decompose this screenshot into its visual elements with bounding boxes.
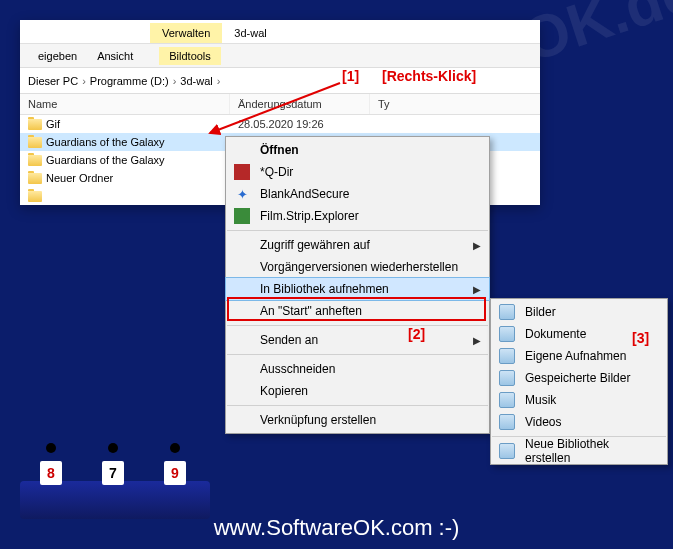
file-row[interactable]: Gif 28.05.2020 19:26 — [20, 115, 540, 133]
score-card: 9 — [164, 461, 186, 485]
score-card: 8 — [40, 461, 62, 485]
cartoon-judges: 8 7 9 — [20, 481, 210, 519]
column-date[interactable]: Änderungsdatum — [230, 94, 370, 114]
file-name: Guardians of the Galaxy — [46, 154, 165, 166]
folder-icon — [28, 191, 42, 202]
footer-url: www.SoftwareOK.com :-) — [214, 515, 460, 541]
cartoon-head — [170, 443, 180, 453]
context-menu: Öffnen *Q-Dir ✦BlankAndSecure Film.Strip… — [225, 136, 490, 434]
submenu-videos[interactable]: Videos — [491, 411, 667, 433]
library-icon — [499, 392, 515, 408]
menu-pin-start[interactable]: An "Start" anheften — [226, 300, 489, 322]
submenu-eigene[interactable]: Eigene Aufnahmen — [491, 345, 667, 367]
breadcrumb-item[interactable]: Programme (D:) — [90, 75, 169, 87]
library-icon — [499, 304, 515, 320]
cartoon-head — [108, 443, 118, 453]
chevron-right-icon: ▶ — [473, 284, 481, 295]
menu-separator — [227, 354, 488, 355]
cartoon-head — [46, 443, 56, 453]
menu-separator — [227, 405, 488, 406]
folder-icon — [28, 173, 42, 184]
file-date: 28.05.2020 19:26 — [230, 118, 370, 130]
submenu-musik[interactable]: Musik — [491, 389, 667, 411]
library-icon — [499, 370, 515, 386]
star-icon: ✦ — [234, 186, 250, 202]
file-name: Neuer Ordner — [46, 172, 113, 184]
ribbon-subtabs: eigeben Ansicht Bildtools — [20, 44, 540, 68]
chevron-right-icon: ▶ — [473, 240, 481, 251]
breadcrumb-item[interactable]: Dieser PC — [28, 75, 78, 87]
folder-icon — [28, 137, 42, 148]
submenu-bilder[interactable]: Bilder — [491, 301, 667, 323]
submenu-dokumente[interactable]: Dokumente — [491, 323, 667, 345]
submenu-new-library[interactable]: Neue Bibliothek erstellen — [491, 440, 667, 462]
chevron-right-icon: › — [173, 75, 177, 87]
menu-include-library[interactable]: In Bibliothek aufnehmen▶ — [226, 278, 489, 300]
menu-filmstrip[interactable]: Film.Strip.Explorer — [226, 205, 489, 227]
tab-ansicht[interactable]: Ansicht — [87, 47, 143, 65]
column-type[interactable]: Ty — [370, 94, 398, 114]
column-headers: Name Änderungsdatum Ty — [20, 94, 540, 115]
window-title: 3d-wal — [222, 23, 278, 43]
chevron-right-icon: › — [82, 75, 86, 87]
menu-restore[interactable]: Vorgängerversionen wiederherstellen — [226, 256, 489, 278]
tab-bildtools[interactable]: Bildtools — [159, 47, 221, 65]
menu-separator — [227, 325, 488, 326]
menu-send-to[interactable]: Senden an▶ — [226, 329, 489, 351]
library-submenu: Bilder Dokumente Eigene Aufnahmen Gespei… — [490, 298, 668, 465]
breadcrumb-item[interactable]: 3d-wal — [180, 75, 212, 87]
menu-blankandsecure[interactable]: ✦BlankAndSecure — [226, 183, 489, 205]
qdir-icon — [234, 164, 250, 180]
library-icon — [499, 414, 515, 430]
menu-separator — [227, 230, 488, 231]
menu-open[interactable]: Öffnen — [226, 139, 489, 161]
library-icon — [499, 443, 515, 459]
menu-copy[interactable]: Kopieren — [226, 380, 489, 402]
folder-icon — [28, 119, 42, 130]
file-name: Gif — [46, 118, 60, 130]
breadcrumb[interactable]: Dieser PC › Programme (D:) › 3d-wal › — [20, 68, 540, 94]
score-card: 7 — [102, 461, 124, 485]
menu-cut[interactable]: Ausschneiden — [226, 358, 489, 380]
library-icon — [499, 326, 515, 342]
menu-shortcut[interactable]: Verknüpfung erstellen — [226, 409, 489, 431]
tab-share[interactable]: eigeben — [28, 47, 87, 65]
chevron-right-icon: ▶ — [473, 335, 481, 346]
cartoon-table: 8 7 9 — [20, 481, 210, 519]
submenu-gespeicherte[interactable]: Gespeicherte Bilder — [491, 367, 667, 389]
library-icon — [499, 348, 515, 364]
file-name: Guardians of the Galaxy — [46, 136, 165, 148]
ribbon-tab-row: Verwalten 3d-wal — [20, 20, 540, 44]
menu-qdir[interactable]: *Q-Dir — [226, 161, 489, 183]
column-name[interactable]: Name — [20, 94, 230, 114]
ribbon-context-tab[interactable]: Verwalten — [150, 23, 222, 43]
menu-access[interactable]: Zugriff gewähren auf▶ — [226, 234, 489, 256]
chevron-right-icon: › — [217, 75, 221, 87]
folder-icon — [28, 155, 42, 166]
film-icon — [234, 208, 250, 224]
